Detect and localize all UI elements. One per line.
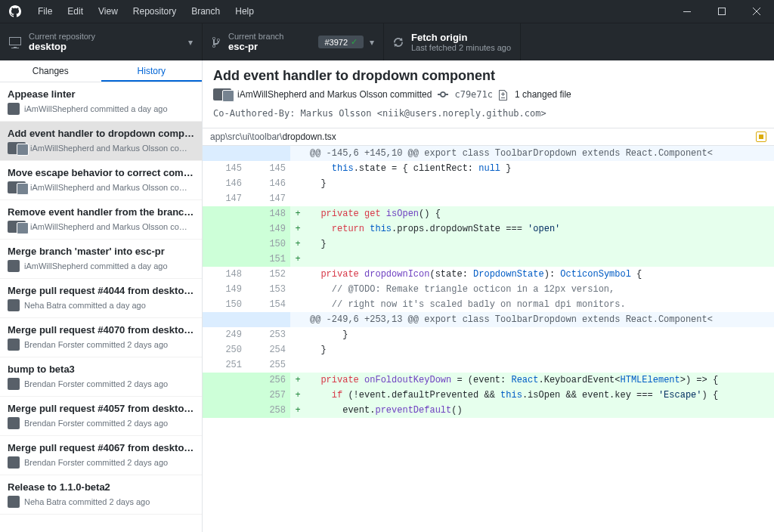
commit-item[interactable]: Move escape behavior to correct compo… i…: [0, 161, 202, 200]
commit-item[interactable]: Merge pull request #4057 from desktop/… …: [0, 397, 202, 436]
repository-dropdown[interactable]: Current repository desktop ▾: [0, 23, 203, 60]
commit-list[interactable]: Appease linter iAmWillShepherd committed…: [0, 82, 202, 532]
diff-icon: [499, 88, 509, 101]
commit-item-title: Add event handler to dropdown compon…: [8, 128, 194, 139]
avatar: [213, 88, 231, 101]
git-branch-icon: [212, 36, 221, 48]
svg-rect-1: [719, 8, 726, 15]
menu-branch[interactable]: Branch: [184, 0, 228, 23]
menu-file[interactable]: File: [30, 0, 60, 23]
sidebar-tabs: Changes History: [0, 60, 202, 82]
commit-item-byline: iAmWillShepherd committed a day ago: [24, 104, 168, 113]
avatar: [8, 181, 26, 193]
sync-icon: [393, 36, 404, 48]
commit-byline: iAmWillShepherd and Markus Olsson commit…: [237, 89, 432, 100]
commit-description: Co-Authored-By: Markus Olsson <niik@user…: [203, 101, 774, 128]
commit-item[interactable]: Merge pull request #4044 from desktop/… …: [0, 279, 202, 318]
commit-item[interactable]: Appease linter iAmWillShepherd committed…: [0, 82, 202, 122]
minimize-button[interactable]: [670, 0, 704, 23]
menu-edit[interactable]: Edit: [60, 0, 91, 23]
menu-repository[interactable]: Repository: [125, 0, 184, 23]
fetch-button[interactable]: Fetch origin Last fetched 2 minutes ago: [384, 23, 521, 60]
changed-files: 1 changed file: [515, 89, 571, 100]
commit-item-title: Release to 1.1.0-beta2: [8, 481, 194, 493]
commit-item-byline: Brendan Forster committed 2 days ago: [24, 419, 168, 428]
chevron-down-icon: ▾: [370, 37, 374, 48]
commit-item-byline: Neha Batra committed a day ago: [24, 301, 146, 310]
commit-item[interactable]: Merge branch 'master' into esc-pr iAmWil…: [0, 240, 202, 279]
menu-help[interactable]: Help: [228, 0, 262, 23]
left-panel: Changes History Appease linter iAmWillSh…: [0, 60, 203, 532]
commit-item[interactable]: Add event handler to dropdown compon… iA…: [0, 122, 202, 161]
commit-item-title: Merge pull request #4044 from desktop/…: [8, 285, 194, 296]
pr-badge: #3972✓: [318, 36, 364, 48]
commit-detail: Add event handler to dropdown component …: [203, 60, 774, 532]
app-menu: File Edit View Repository Branch Help: [30, 0, 262, 23]
commit-item[interactable]: Release to 1.1.0-beta2 Neha Batra commit…: [0, 475, 202, 515]
avatar: [8, 260, 20, 272]
commit-item-title: Merge branch 'master' into esc-pr: [8, 246, 194, 257]
avatar: [8, 378, 20, 390]
commit-sha: c79e71c: [454, 89, 493, 100]
commit-item-title: Move escape behavior to correct compo…: [8, 167, 194, 178]
commit-item-title: Merge pull request #4057 from desktop/…: [8, 403, 194, 414]
commit-item-byline: iAmWillShepherd and Markus Olsson co…: [30, 144, 187, 153]
commit-item[interactable]: Merge pull request #4070 from desktop/… …: [0, 318, 202, 357]
commit-item-title: Appease linter: [8, 88, 194, 100]
commit-item[interactable]: Remove event handler from the branches..…: [0, 200, 202, 240]
check-icon: ✓: [351, 37, 358, 47]
avatar: [8, 417, 20, 429]
commit-item-title: Merge pull request #4070 from desktop/…: [8, 324, 194, 336]
commit-title: Add event handler to dropdown component: [213, 68, 763, 84]
commit-item-title: bump to beta3: [8, 363, 194, 375]
tab-history[interactable]: History: [101, 60, 203, 82]
branch-dropdown[interactable]: Current branch esc-pr #3972✓ ▾: [203, 23, 384, 60]
commit-item-byline: Brendan Forster committed 2 days ago: [24, 340, 168, 349]
avatar: [8, 142, 26, 154]
avatar: [8, 496, 20, 508]
file-row[interactable]: app\src\ui\toolbar\dropdown.tsx: [203, 128, 774, 146]
commit-item-title: Merge pull request #4067 from desktop/…: [8, 442, 194, 453]
commit-item-byline: Brendan Forster committed 2 days ago: [24, 458, 168, 467]
commit-item-byline: Brendan Forster committed 2 days ago: [24, 379, 168, 388]
close-button[interactable]: [739, 0, 774, 23]
titlebar: File Edit View Repository Branch Help: [0, 0, 774, 23]
commit-item-byline: iAmWillShepherd committed a day ago: [24, 261, 168, 271]
tab-changes[interactable]: Changes: [0, 60, 101, 82]
commit-item-byline: Neha Batra committed 2 days ago: [24, 497, 150, 506]
git-commit-icon: [438, 88, 448, 101]
svg-rect-0: [683, 11, 691, 12]
commit-item[interactable]: bump to beta3 Brendan Forster committed …: [0, 357, 202, 397]
fetch-label: Fetch origin: [411, 32, 511, 43]
diff-view[interactable]: @@ -145,6 +145,10 @@ export class Toolba…: [203, 146, 774, 532]
avatar: [8, 299, 20, 311]
commit-item-byline: iAmWillShepherd and Markus Olsson co…: [30, 222, 187, 231]
desktop-icon: [9, 36, 21, 48]
repo-value: desktop: [29, 41, 182, 52]
avatar: [8, 221, 26, 233]
branch-value: esc-pr: [228, 41, 314, 52]
avatar: [8, 339, 20, 351]
avatar: [8, 456, 20, 469]
file-path: app\src\ui\toolbar\dropdown.tsx: [210, 131, 756, 142]
maximize-button[interactable]: [704, 0, 739, 23]
commit-item[interactable]: Merge pull request #4067 from desktop/… …: [0, 436, 202, 475]
commit-item-title: Remove event handler from the branches..: [8, 206, 194, 218]
repo-label: Current repository: [29, 32, 182, 41]
menu-view[interactable]: View: [91, 0, 125, 23]
commit-item-byline: iAmWillShepherd and Markus Olsson co…: [30, 183, 187, 192]
avatar: [8, 103, 20, 115]
toolbar: Current repository desktop ▾ Current bra…: [0, 23, 774, 60]
chevron-down-icon: ▾: [188, 37, 193, 48]
github-logo-icon: [0, 5, 30, 17]
window-controls: [670, 0, 774, 23]
fetch-sub: Last fetched 2 minutes ago: [411, 43, 511, 52]
branch-label: Current branch: [228, 32, 314, 41]
modified-icon: [756, 131, 766, 142]
